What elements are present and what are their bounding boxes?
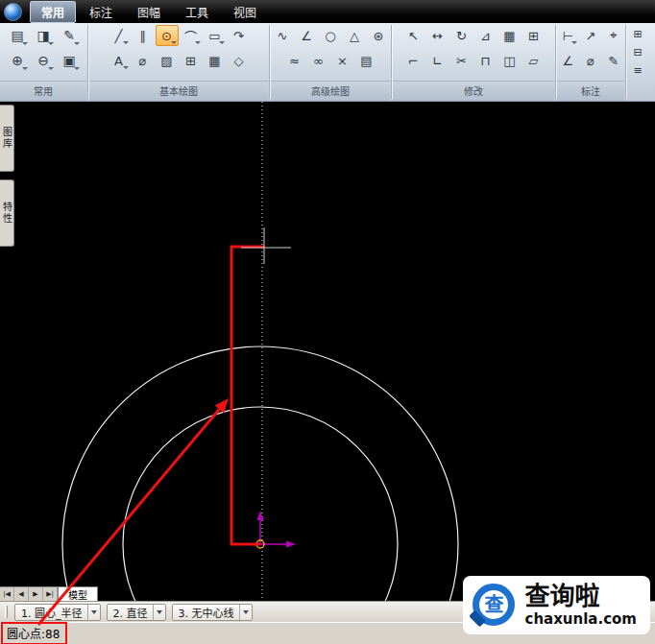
break-tool-icon[interactable]: × (331, 50, 354, 71)
command-option-label: 3. 无中心线 (179, 605, 234, 620)
option-no-centerline[interactable]: 3. 无中心线 (172, 604, 253, 621)
array-tool-icon[interactable]: ▦ (498, 25, 522, 46)
ribbon-tab-bar: 常用 标注 图幅 工具 视图 (30, 1, 268, 23)
tool-glyph: ↖ (408, 29, 419, 43)
ribbon-tab-label: 常用 (41, 7, 64, 20)
tool-glyph: ✂ (456, 54, 467, 68)
model-sheet-tab[interactable]: 模型 (58, 587, 97, 601)
canvas-graphics (0, 102, 655, 601)
ribbon-right-column: ⊞⊟≡ (627, 23, 648, 101)
mirror-tool-icon[interactable]: ⊿ (474, 25, 497, 46)
tool-glyph: ↻ (456, 29, 467, 43)
tab-tools[interactable]: 工具 (174, 1, 220, 23)
list-tool-icon[interactable]: ≡ (628, 62, 647, 79)
point-tool-icon[interactable]: ◇ (228, 50, 251, 71)
first-sheet-button[interactable]: |◀ (0, 587, 14, 601)
scale-tool-icon[interactable]: ⊞ (522, 25, 546, 46)
side-tab-properties[interactable]: 特性 (0, 179, 14, 247)
text-tool-icon[interactable]: A (108, 50, 131, 71)
dropdown-caret-icon (74, 42, 80, 45)
last-sheet-button[interactable]: ▶| (43, 587, 58, 601)
copy-tool-icon[interactable]: ◨ (31, 24, 56, 47)
angle-line-tool-icon[interactable]: ∠ (295, 25, 318, 46)
side-tab-library[interactable]: 图库 (0, 105, 14, 172)
zoom-out-tool-icon[interactable]: ⊖ (31, 49, 56, 72)
dropdown-caret-icon (22, 42, 28, 45)
tab-home[interactable]: 常用 (30, 1, 76, 23)
dropdown-caret-icon (123, 66, 129, 69)
dropdown-arrow-icon[interactable] (239, 605, 252, 620)
stretch-tool-icon[interactable]: ⊓ (474, 50, 497, 71)
dimension-tool-icon[interactable]: ⊢ (557, 25, 579, 46)
formula-curve-tool-icon[interactable]: ≈ (283, 50, 306, 71)
layer-tool-icon[interactable]: ▣ (57, 49, 82, 72)
zoom-in-tool-icon[interactable]: ⊕ (5, 49, 30, 72)
ribbon-tab-label: 图幅 (137, 7, 160, 20)
tab-view[interactable]: 视图 (222, 1, 268, 23)
command-prompt-text[interactable]: 圆心点:88 (1, 622, 67, 644)
leader-tool-icon[interactable]: ↗ (580, 25, 602, 46)
tool-glyph: ▣ (62, 53, 75, 68)
ribbon-group-label: 标注 (557, 81, 624, 101)
tool-glyph: ◨ (36, 28, 49, 43)
curve-tool-icon[interactable]: ↷ (228, 25, 251, 46)
tab-dimension[interactable]: 标注 (78, 1, 124, 23)
polygon-tool-icon[interactable]: △ (343, 25, 366, 46)
paste-tool-icon[interactable]: ▤ (5, 24, 30, 47)
panel-tool-icon[interactable]: ⊟ (628, 44, 647, 60)
format-brush-tool-icon[interactable]: ✎ (57, 24, 82, 47)
prev-sheet-button[interactable]: ◀ (14, 587, 29, 601)
line-tool-icon[interactable]: ╱ (108, 25, 131, 46)
ribbon-group-label: 常用 (0, 81, 86, 101)
trim-tool-icon[interactable]: ✂ (450, 50, 473, 71)
rectangle-tool-icon[interactable]: ▭ (204, 25, 227, 46)
dropdown-arrow-icon[interactable] (87, 605, 100, 620)
parallel-line-tool-icon[interactable]: ∥ (132, 25, 155, 46)
ribbon-separator (391, 25, 392, 99)
tool-glyph: ⌐ (408, 54, 419, 68)
move-tool-icon[interactable]: ↔ (426, 25, 449, 46)
tab-sheet[interactable]: 图幅 (126, 1, 172, 23)
tool-glyph: ⊞ (633, 28, 642, 40)
tool-glyph: ∥ (139, 29, 146, 43)
option-diameter[interactable]: 2. 直径 (107, 604, 166, 621)
next-sheet-button[interactable]: ▶ (29, 587, 43, 601)
ribbon-group-label: 修改 (393, 81, 554, 101)
edit-dim-tool-icon[interactable]: ✎ (602, 50, 624, 71)
outer-circle (62, 346, 458, 601)
arc-tool-icon[interactable]: ⌒ (180, 25, 203, 46)
offset-tool-icon[interactable]: ⌐ (402, 50, 425, 71)
spline-tool-icon[interactable]: ∿ (271, 25, 294, 46)
cad-application-window: 常用 标注 图幅 工具 视图 (0, 0, 655, 644)
tool-glyph: ⌖ (610, 28, 617, 43)
option-center-radius[interactable]: 1. 圆心_半径 (14, 604, 101, 621)
diameter-dim-tool-icon[interactable]: ⌀ (580, 50, 602, 71)
fillet-tool-icon[interactable]: ▱ (522, 50, 546, 71)
tool-glyph: ◇ (234, 54, 244, 68)
drawing-canvas[interactable]: 图库 特性 |◀◀▶▶| 模型 (0, 102, 655, 601)
grid-tool-icon[interactable]: ▦ (204, 50, 227, 71)
wave-line-tool-icon[interactable]: ∞ (307, 50, 330, 71)
app-logo-icon[interactable] (4, 3, 22, 21)
block-tool-icon[interactable]: ▤ (355, 50, 378, 71)
tool-glyph: ⌀ (587, 54, 594, 68)
dropdown-caret-icon (571, 41, 577, 44)
toolbar-grip[interactable] (5, 606, 8, 618)
ellipse-tool-icon[interactable]: ○ (319, 25, 342, 46)
ribbon-separator (87, 25, 88, 99)
angle-dim-tool-icon[interactable]: ∠ (557, 50, 579, 71)
centerline-tool-icon[interactable]: ⌀ (132, 50, 155, 71)
circle-tool-icon[interactable]: ⊙ (156, 25, 179, 46)
table-tool-icon[interactable]: ⊞ (180, 50, 203, 71)
rotate-tool-icon[interactable]: ↻ (450, 25, 473, 46)
hatch-tool-icon[interactable]: ▨ (156, 50, 179, 71)
window-tool-icon[interactable]: ⊞ (628, 26, 647, 42)
tool-glyph: ⊓ (480, 54, 490, 68)
gear-tool-icon[interactable]: ⊛ (367, 25, 390, 46)
select-tool-icon[interactable]: ↖ (402, 25, 425, 46)
corner-tool-icon[interactable]: ∟ (426, 50, 449, 71)
explode-tool-icon[interactable]: ◫ (498, 50, 522, 71)
dropdown-arrow-icon[interactable] (153, 605, 165, 620)
tool-glyph: ⊿ (480, 29, 491, 43)
datum-tool-icon[interactable]: ⌖ (602, 25, 624, 46)
